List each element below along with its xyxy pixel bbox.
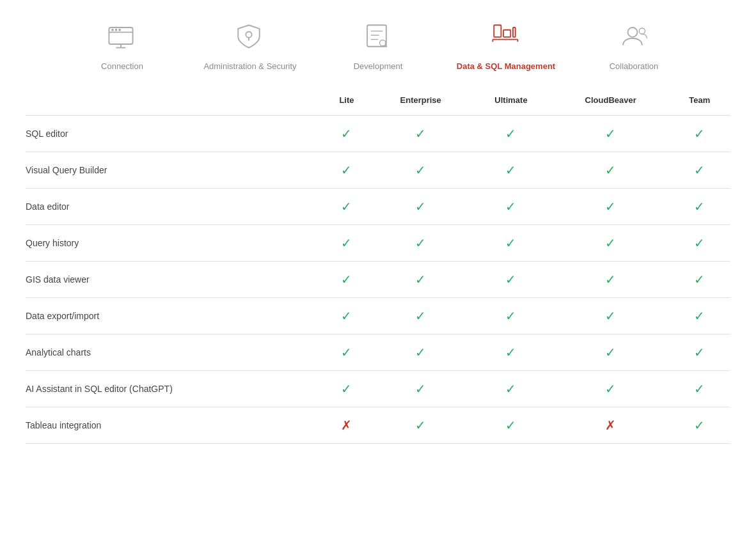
data-sql-icon — [488, 19, 524, 55]
cell-8-4: ✓ — [669, 407, 730, 444]
check-icon: ✓ — [505, 309, 516, 323]
feature-name: Tableau integration — [26, 407, 322, 444]
cell-7-2: ✓ — [469, 371, 552, 407]
check-icon: ✓ — [605, 236, 616, 250]
cell-4-2: ✓ — [469, 262, 552, 298]
check-icon: ✓ — [694, 272, 705, 287]
comparison-table: Lite Enterprise Ultimate CloudBeaver Tea… — [26, 90, 730, 444]
feature-name: Data export/import — [26, 298, 322, 334]
cell-2-1: ✓ — [372, 189, 469, 225]
cell-8-1: ✓ — [372, 407, 469, 444]
cell-6-4: ✓ — [669, 334, 730, 371]
check-icon: ✓ — [694, 382, 705, 396]
table-row: Data editor✓✓✓✓✓ — [26, 189, 730, 225]
cell-3-3: ✓ — [553, 225, 669, 262]
cell-8-3: ✗ — [553, 407, 669, 444]
check-icon: ✓ — [341, 345, 352, 359]
cell-1-1: ✓ — [372, 152, 469, 189]
svg-point-2 — [111, 29, 114, 31]
cell-7-4: ✓ — [669, 371, 730, 407]
category-connection[interactable]: Connection — [58, 19, 186, 71]
check-icon: ✓ — [694, 236, 705, 250]
cell-7-1: ✓ — [372, 371, 469, 407]
check-icon: ✓ — [341, 236, 352, 250]
check-icon: ✓ — [341, 127, 352, 141]
check-icon: ✓ — [605, 382, 616, 396]
collaboration-label: Collaboration — [610, 61, 659, 71]
check-icon: ✓ — [415, 418, 426, 432]
category-nav: Connection Administration & Security — [26, 19, 730, 71]
cell-1-3: ✓ — [553, 152, 669, 189]
check-icon: ✓ — [694, 309, 705, 323]
col-team: Team — [669, 90, 730, 116]
cell-0-3: ✓ — [553, 116, 669, 152]
cell-7-0: ✓ — [322, 371, 372, 407]
cell-5-4: ✓ — [669, 298, 730, 334]
check-icon: ✓ — [415, 345, 426, 359]
check-icon: ✓ — [694, 127, 705, 141]
table-row: Data export/import✓✓✓✓✓ — [26, 298, 730, 334]
cell-0-4: ✓ — [669, 116, 730, 152]
table-row: GIS data viewer✓✓✓✓✓ — [26, 262, 730, 298]
feature-name: Query history — [26, 225, 322, 262]
check-icon: ✓ — [415, 236, 426, 250]
table-row: AI Assistant in SQL editor (ChatGPT)✓✓✓✓… — [26, 371, 730, 407]
col-cloudbeaver: CloudBeaver — [553, 90, 669, 116]
category-development[interactable]: Development — [314, 19, 442, 71]
cell-6-0: ✓ — [322, 334, 372, 371]
feature-col-header — [26, 90, 322, 116]
check-icon: ✓ — [605, 127, 616, 141]
cell-3-4: ✓ — [669, 225, 730, 262]
cell-1-0: ✓ — [322, 152, 372, 189]
cell-5-1: ✓ — [372, 298, 469, 334]
feature-name: AI Assistant in SQL editor (ChatGPT) — [26, 371, 322, 407]
cell-8-0: ✗ — [322, 407, 372, 444]
check-icon: ✓ — [694, 200, 705, 214]
cell-4-3: ✓ — [553, 262, 669, 298]
feature-name: SQL editor — [26, 116, 322, 152]
cell-3-2: ✓ — [469, 225, 552, 262]
svg-point-3 — [115, 29, 118, 31]
page: Connection Administration & Security — [0, 0, 756, 534]
cell-6-2: ✓ — [469, 334, 552, 371]
svg-rect-8 — [367, 25, 386, 46]
cell-7-3: ✓ — [553, 371, 669, 407]
check-icon: ✓ — [505, 382, 516, 396]
cell-5-0: ✓ — [322, 298, 372, 334]
development-icon — [360, 19, 396, 55]
category-admin[interactable]: Administration & Security — [186, 19, 314, 71]
category-collaboration[interactable]: Collaboration — [570, 19, 698, 71]
check-icon: ✓ — [605, 163, 616, 177]
data-sql-label: Data & SQL Management — [457, 61, 555, 71]
check-icon: ✓ — [415, 272, 426, 287]
table-row: Tableau integration✗✓✓✗✓ — [26, 407, 730, 444]
table-row: Query history✓✓✓✓✓ — [26, 225, 730, 262]
check-icon: ✓ — [694, 163, 705, 177]
check-icon: ✓ — [605, 345, 616, 359]
check-icon: ✓ — [415, 127, 426, 141]
check-icon: ✓ — [605, 309, 616, 323]
check-icon: ✓ — [415, 309, 426, 323]
svg-point-21 — [639, 28, 645, 34]
check-icon: ✓ — [694, 418, 705, 432]
table-row: Visual Query Builder✓✓✓✓✓ — [26, 152, 730, 189]
category-data-sql[interactable]: Data & SQL Management — [442, 19, 570, 71]
svg-rect-14 — [494, 25, 501, 37]
check-icon: ✓ — [605, 200, 616, 214]
check-icon: ✓ — [415, 200, 426, 214]
cell-5-2: ✓ — [469, 298, 552, 334]
check-icon: ✓ — [341, 272, 352, 287]
connection-icon — [104, 19, 140, 55]
check-icon: ✓ — [505, 236, 516, 250]
connection-label: Connection — [101, 61, 143, 71]
cross-icon: ✗ — [605, 418, 616, 432]
cell-2-2: ✓ — [469, 189, 552, 225]
check-icon: ✓ — [505, 272, 516, 287]
cell-0-1: ✓ — [372, 116, 469, 152]
cell-2-0: ✓ — [322, 189, 372, 225]
cell-4-4: ✓ — [669, 262, 730, 298]
check-icon: ✓ — [505, 200, 516, 214]
col-enterprise: Enterprise — [372, 90, 469, 116]
check-icon: ✓ — [341, 309, 352, 323]
cell-3-1: ✓ — [372, 225, 469, 262]
